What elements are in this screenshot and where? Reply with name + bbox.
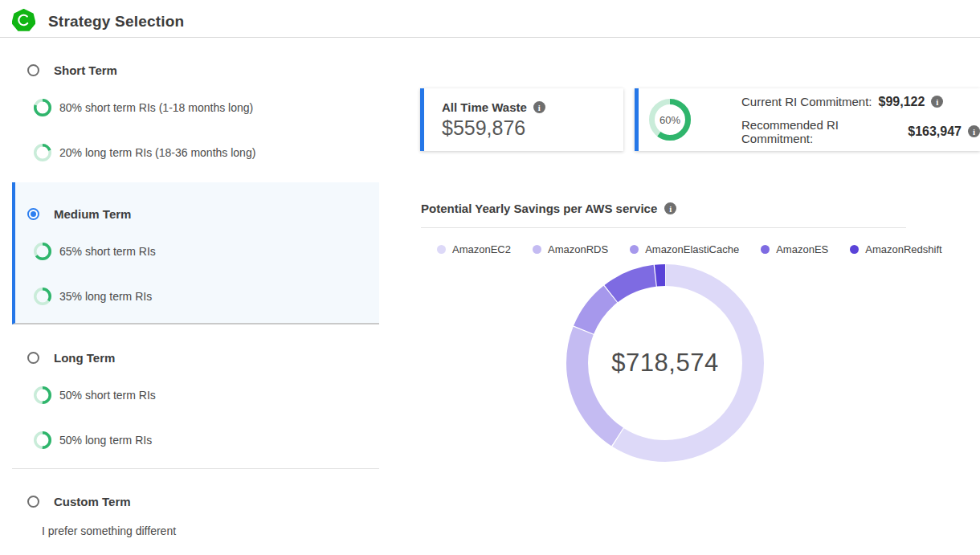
info-icon[interactable] [664,202,676,214]
sub-item-text: 65% short term RIs [59,245,156,258]
strategy-label: Medium Term [54,207,131,221]
current-ri-commitment-row: Current RI Commitment: $99,122 [741,95,980,109]
recommended-ri-value: $163,947 [908,124,962,139]
legend-label: AmazonElastiCache [645,243,739,255]
strategy-option-custom-term[interactable]: Custom Term [27,495,131,508]
sub-item-text: 20% long term RIs (18-36 months long) [59,146,255,159]
legend-label: AmazonRedshift [865,243,941,255]
progress-ring-icon [34,144,51,161]
strategy-sub-item: 50% long term RIs [34,431,152,449]
legend-dot-icon [850,245,859,254]
info-icon[interactable] [533,101,545,113]
radio-custom-term[interactable] [27,496,39,508]
legend-label: AmazonES [776,243,828,255]
divider [421,227,906,228]
legend-dot-icon [630,245,639,254]
strategy-sub-item: 80% short term RIs (1-18 months long) [34,99,253,116]
current-ri-label: Current RI Commitment: [741,95,872,108]
waste-card-value: $559,876 [442,116,623,140]
progress-ring-icon [34,99,51,116]
legend-item-amazonredshift[interactable]: AmazonRedshift [850,243,941,255]
progress-ring-icon [34,386,51,404]
gauge-percentage-label: 60% [649,99,691,141]
page-header: Strategy Selection [0,0,980,38]
custom-term-description: I prefer something different [42,524,176,537]
strategy-label: Custom Term [54,495,131,508]
strategy-option-short-term[interactable]: Short Term [27,63,117,77]
legend-dot-icon [437,245,446,254]
divider [12,468,379,469]
strategy-sub-item: 50% short term RIs [34,386,156,404]
legend-dot-icon [533,245,541,254]
current-ri-value: $99,122 [879,95,925,109]
legend-item-amazonec2[interactable]: AmazonEC2 [437,243,511,255]
brand-logo-icon [12,9,35,32]
legend-item-amazonrds[interactable]: AmazonRDS [533,243,608,255]
legend-item-amazones[interactable]: AmazonES [761,243,828,255]
legend-label: AmazonRDS [548,243,608,255]
strategy-sub-item: 65% short term RIs [34,243,156,260]
waste-card-title: All Time Waste [442,100,527,114]
progress-ring-icon [34,288,51,305]
strategy-option-medium-term[interactable]: Medium Term [27,207,131,221]
progress-ring-icon [34,431,51,449]
radio-short-term[interactable] [27,64,39,76]
strategy-option-long-term[interactable]: Long Term [27,351,115,365]
recommended-ri-label: Recommended RI Commitment: [741,118,901,145]
sub-item-text: 80% short term RIs (1-18 months long) [59,101,253,114]
strategy-label: Short Term [54,63,117,77]
page-title: Strategy Selection [48,13,184,31]
progress-ring-icon [34,243,51,260]
strategy-selection-page: Strategy Selection Short Term 80% short … [0,0,980,555]
donut-center-total: $718,574 [566,264,764,462]
ri-commitment-card: 60% Current RI Commitment: $99,122 Recom… [635,88,980,151]
legend-label: AmazonEC2 [452,243,511,255]
sub-item-text: 35% long term RIs [59,290,152,303]
strategy-sub-item: 20% long term RIs (18-36 months long) [34,144,255,161]
recommended-ri-commitment-row: Recommended RI Commitment: $163,947 [741,118,980,145]
radio-medium-term[interactable] [27,208,39,220]
savings-donut-chart[interactable]: $718,574 [566,264,764,462]
info-icon[interactable] [968,125,980,137]
info-icon[interactable] [931,96,943,108]
sub-item-text: 50% short term RIs [59,389,156,402]
strategy-sub-item: 35% long term RIs [34,288,152,305]
sub-item-text: 50% long term RIs [59,434,152,447]
chart-legend: AmazonEC2AmazonRDSAmazonElastiCacheAmazo… [437,243,906,255]
commitment-gauge: 60% [649,99,691,141]
chart-title: Potential Yearly Savings per AWS service [421,202,657,215]
legend-dot-icon [761,245,770,254]
all-time-waste-card: All Time Waste $559,876 [420,88,623,151]
savings-chart-panel: Potential Yearly Savings per AWS service… [421,201,906,462]
radio-long-term[interactable] [27,352,39,364]
legend-item-amazonelasticache[interactable]: AmazonElastiCache [630,243,739,255]
strategy-label: Long Term [54,351,115,365]
